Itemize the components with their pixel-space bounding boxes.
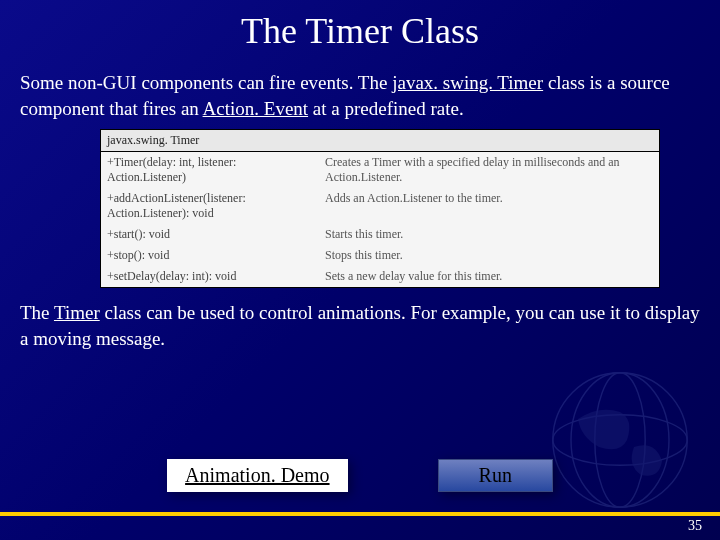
link-action-event: Action. Event bbox=[203, 98, 309, 119]
api-description: Adds an Action.Listener to the timer. bbox=[325, 191, 653, 221]
api-description: Creates a Timer with a specified delay i… bbox=[325, 155, 653, 185]
api-description: Starts this timer. bbox=[325, 227, 653, 242]
run-button[interactable]: Run bbox=[438, 459, 553, 492]
buttons-row: Animation. Demo Run bbox=[0, 459, 720, 492]
api-signature: +Timer(delay: int, listener: Action.List… bbox=[107, 155, 307, 185]
api-table: javax.swing. Timer +Timer(delay: int, li… bbox=[100, 129, 660, 288]
api-class-name: javax.swing. Timer bbox=[101, 130, 659, 152]
api-row: +setDelay(delay: int): void Sets a new d… bbox=[101, 266, 659, 287]
link-javax-swing-timer: javax. swing. Timer bbox=[392, 72, 543, 93]
api-description: Stops this timer. bbox=[325, 248, 653, 263]
outro-text-1: The bbox=[20, 302, 54, 323]
intro-text-3: at a predefined rate. bbox=[308, 98, 464, 119]
intro-paragraph: Some non-GUI components can fire events.… bbox=[0, 70, 720, 121]
link-timer: Timer bbox=[54, 302, 100, 323]
api-description: Sets a new delay value for this timer. bbox=[325, 269, 653, 284]
api-signature: +start(): void bbox=[107, 227, 307, 242]
footer-divider bbox=[0, 512, 720, 516]
api-signature: +addActionListener(listener: Action.List… bbox=[107, 191, 307, 221]
api-row: +start(): void Starts this timer. bbox=[101, 224, 659, 245]
outro-paragraph: The Timer class can be used to control a… bbox=[0, 300, 720, 351]
page-number: 35 bbox=[688, 518, 702, 534]
outro-text-2: class can be used to control animations.… bbox=[20, 302, 700, 349]
api-signature: +stop(): void bbox=[107, 248, 307, 263]
slide-title: The Timer Class bbox=[0, 10, 720, 52]
api-row: +addActionListener(listener: Action.List… bbox=[101, 188, 659, 224]
api-signature: +setDelay(delay: int): void bbox=[107, 269, 307, 284]
api-row: +Timer(delay: int, listener: Action.List… bbox=[101, 152, 659, 188]
intro-text-1: Some non-GUI components can fire events.… bbox=[20, 72, 392, 93]
api-row: +stop(): void Stops this timer. bbox=[101, 245, 659, 266]
slide: The Timer Class Some non-GUI components … bbox=[0, 0, 720, 540]
svg-point-1 bbox=[553, 415, 687, 465]
animation-demo-button[interactable]: Animation. Demo bbox=[167, 459, 347, 492]
